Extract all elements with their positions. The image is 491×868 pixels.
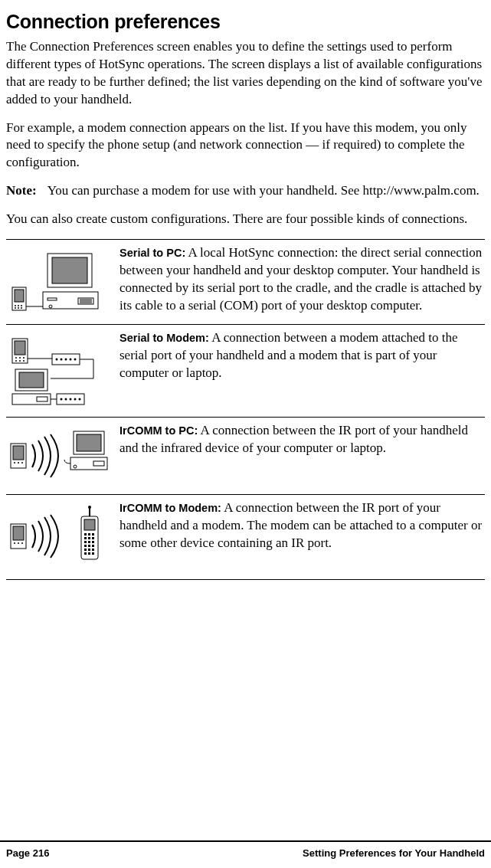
connection-row-serial-pc: Serial to PC: A local HotSync connection…	[6, 240, 485, 325]
svg-point-42	[79, 398, 81, 401]
intro-paragraph-3: You can also create custom configuration…	[6, 211, 485, 228]
svg-point-60	[88, 506, 91, 509]
serial-to-modem-icon	[6, 329, 116, 409]
svg-rect-77	[92, 549, 94, 551]
svg-point-30	[65, 359, 67, 361]
svg-point-48	[21, 462, 23, 463]
note-body: You can purchase a modem for use with yo…	[47, 182, 485, 200]
svg-rect-1	[15, 290, 24, 302]
svg-rect-62	[84, 519, 95, 530]
svg-rect-55	[13, 526, 24, 540]
intro-paragraph-1: The Connection Preferences screen enable…	[6, 38, 485, 109]
svg-rect-65	[92, 533, 94, 536]
svg-rect-50	[77, 434, 101, 451]
svg-point-6	[18, 307, 19, 309]
note-block: Note: You can purchase a modem for use w…	[6, 182, 485, 200]
connection-label: Serial to Modem:	[119, 332, 209, 344]
connection-row-serial-modem: Serial to Modem: A connection between a …	[6, 325, 485, 418]
svg-rect-10	[52, 257, 87, 283]
svg-point-32	[74, 359, 77, 361]
svg-rect-67	[88, 537, 90, 539]
svg-rect-68	[92, 537, 94, 539]
svg-point-28	[56, 359, 58, 361]
svg-rect-35	[12, 394, 51, 405]
svg-point-29	[61, 359, 63, 361]
svg-rect-70	[88, 541, 90, 543]
ircomm-to-modem-icon	[6, 500, 116, 572]
svg-point-40	[70, 398, 72, 401]
svg-point-39	[65, 398, 67, 401]
svg-point-5	[15, 307, 16, 309]
svg-rect-34	[19, 372, 44, 388]
svg-point-38	[61, 398, 63, 401]
footer-section-title: Setting Preferences for Your Handheld	[303, 847, 485, 860]
connection-label: IrCOMM to PC:	[119, 424, 198, 437]
svg-rect-78	[84, 552, 87, 555]
svg-rect-76	[88, 549, 90, 551]
svg-point-23	[15, 360, 17, 362]
svg-rect-69	[84, 541, 87, 543]
svg-point-25	[23, 360, 25, 362]
svg-point-7	[21, 307, 22, 309]
svg-point-21	[19, 357, 21, 359]
svg-point-47	[18, 462, 19, 463]
svg-rect-79	[88, 552, 90, 555]
svg-rect-64	[88, 533, 90, 536]
connection-label: Serial to PC:	[119, 247, 185, 259]
svg-rect-45	[13, 446, 24, 460]
page-title: Connection preferences	[6, 9, 485, 35]
svg-point-3	[18, 305, 19, 306]
connection-label: IrCOMM to Modem:	[119, 502, 221, 514]
connection-text: Serial to PC: A local HotSync connection…	[116, 244, 485, 316]
svg-rect-75	[84, 549, 87, 551]
page-footer: Page 216 Setting Preferences for Your Ha…	[0, 840, 491, 860]
svg-point-46	[14, 462, 15, 463]
svg-rect-19	[15, 341, 25, 355]
svg-point-56	[14, 542, 15, 544]
svg-point-58	[21, 542, 23, 544]
svg-rect-66	[84, 537, 87, 539]
svg-point-31	[70, 359, 72, 361]
connections-table: Serial to PC: A local HotSync connection…	[6, 239, 485, 580]
serial-to-pc-icon	[6, 244, 116, 316]
ircomm-to-pc-icon	[6, 422, 116, 486]
svg-point-20	[15, 357, 17, 359]
intro-paragraph-2: For example, a modem connection appears …	[6, 120, 485, 172]
svg-point-2	[15, 305, 16, 306]
svg-point-24	[19, 360, 21, 362]
svg-rect-63	[84, 533, 87, 536]
svg-point-22	[23, 357, 25, 359]
footer-page-number: Page 216	[6, 847, 49, 860]
svg-point-57	[18, 542, 19, 544]
connection-row-ircomm-modem: IrCOMM to Modem: A connection between th…	[6, 495, 485, 580]
svg-rect-71	[92, 541, 94, 543]
connection-text: Serial to Modem: A connection between a …	[116, 329, 485, 409]
svg-point-41	[74, 398, 77, 401]
svg-rect-74	[92, 545, 94, 547]
svg-rect-73	[88, 545, 90, 547]
connection-text: IrCOMM to Modem: A connection between th…	[116, 500, 485, 572]
note-label: Note:	[6, 182, 47, 200]
svg-point-4	[21, 305, 22, 306]
connection-text: IrCOMM to PC: A connection between the I…	[116, 422, 485, 486]
svg-rect-72	[84, 545, 87, 547]
connection-row-ircomm-pc: IrCOMM to PC: A connection between the I…	[6, 418, 485, 495]
svg-rect-80	[92, 552, 94, 555]
